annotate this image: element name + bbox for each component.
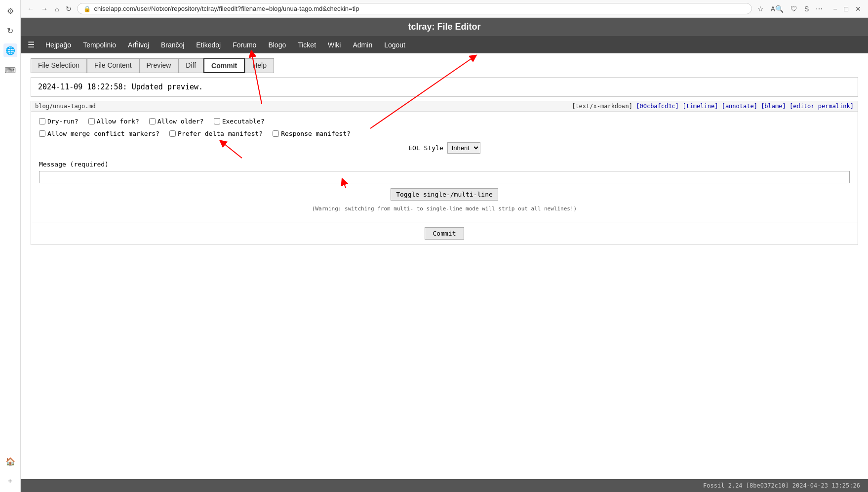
file-links: [text/x-markdown] [00cbafcd1c] [timeline… <box>572 103 854 110</box>
content-area: File Selection File Content Preview Diff… <box>21 53 868 479</box>
allow-fork-label[interactable]: Allow fork? <box>88 118 139 125</box>
browser-actions: ☆ A🔍 🛡 S ⋯ <box>755 3 826 14</box>
nav-menu: ☰ Hejpaĝo Tempolinio Arĥivoj Branĉoj Eti… <box>21 36 868 53</box>
extensions-icon[interactable]: ⋯ <box>813 3 825 14</box>
address-bar[interactable]: 🔒 chiselapp.com/user/Notxor/repository/t… <box>77 3 751 14</box>
window-controls: − □ ✕ <box>830 4 864 14</box>
response-manifest-checkbox[interactable] <box>273 130 279 137</box>
file-link-blame[interactable]: [blame] <box>761 103 786 110</box>
allow-older-checkbox[interactable] <box>149 118 156 124</box>
message-input[interactable] <box>39 171 850 183</box>
filetype: [text/x-markdown] <box>572 103 632 110</box>
reload-button[interactable]: ↻ <box>63 3 74 14</box>
executable-checkbox[interactable] <box>214 118 220 124</box>
page-wrapper: tclray: File Editor ☰ Hejpaĝo Tempolinio… <box>21 18 868 492</box>
allow-fork-text: Allow fork? <box>97 118 139 125</box>
home-button[interactable]: ⌂ <box>52 3 61 14</box>
file-link-hash[interactable]: [00cbafcd1c] <box>636 103 679 110</box>
shield-icon[interactable]: 🛡 <box>788 3 800 14</box>
allow-merge-checkbox[interactable] <box>39 130 45 137</box>
lock-icon: 🔒 <box>83 5 91 12</box>
executable-label[interactable]: Executable? <box>214 118 265 125</box>
message-field-wrapper: Message (required) <box>39 161 850 183</box>
file-link-annotate[interactable]: [annotate] <box>722 103 757 110</box>
tab-diff[interactable]: Diff <box>178 58 203 73</box>
nav-item-etikedoj[interactable]: Etikedoj <box>190 37 227 53</box>
nav-item-blogo[interactable]: Blogo <box>262 37 292 53</box>
nav-item-wiki[interactable]: Wiki <box>322 37 347 53</box>
forward-button[interactable]: → <box>39 3 50 14</box>
dry-run-label[interactable]: Dry-run? <box>39 118 79 125</box>
left-sidebar: ⚙ ↻ 🌐 ⌨ 🏠 + <box>0 0 21 492</box>
prefer-delta-label[interactable]: Prefer delta manifest? <box>169 130 263 137</box>
file-link-permalink[interactable]: [editor permalink] <box>789 103 854 110</box>
toggle-multiline-button[interactable]: Toggle single-/multi-line <box>391 188 498 201</box>
sidebar-translate-icon[interactable]: ⌨ <box>3 63 17 77</box>
browser-chrome: ← → ⌂ ↻ 🔒 chiselapp.com/user/Notxor/repo… <box>21 0 868 18</box>
maximize-button[interactable]: □ <box>841 4 851 14</box>
tabs: File Selection File Content Preview Diff… <box>31 58 858 73</box>
file-link-timeline[interactable]: [timeline] <box>682 103 718 110</box>
response-manifest-label[interactable]: Response manifest? <box>273 130 351 137</box>
nav-item-logout[interactable]: Logout <box>378 37 411 53</box>
main-content: ← → ⌂ ↻ 🔒 chiselapp.com/user/Notxor/repo… <box>21 0 868 492</box>
tab-preview[interactable]: Preview <box>139 58 179 73</box>
options-section: Dry-run? Allow fork? Allow older? E <box>31 112 858 222</box>
back-button[interactable]: ← <box>25 3 37 14</box>
nav-item-arhivoj[interactable]: Arĥivoj <box>122 37 155 53</box>
sidebar-refresh-icon[interactable]: ↻ <box>3 24 17 38</box>
form-area: blog/unua-tago.md [text/x-markdown] [00c… <box>31 101 858 245</box>
prefer-delta-text: Prefer delta manifest? <box>178 130 263 137</box>
commit-button[interactable]: Commit <box>425 227 465 240</box>
notification-message: 2024-11-09 18:22:58: Updated preview. <box>31 77 858 97</box>
commit-section: Commit <box>31 222 858 245</box>
executable-text: Executable? <box>222 118 265 125</box>
allow-merge-text: Allow merge conflict markers? <box>47 130 159 137</box>
eol-row: EOL Style Inherit LF CRLF CR <box>39 142 850 154</box>
url-text: chiselapp.com/user/Notxor/repository/tcl… <box>94 5 359 12</box>
dry-run-checkbox[interactable] <box>39 118 45 124</box>
minimize-button[interactable]: − <box>830 4 840 14</box>
allow-fork-checkbox[interactable] <box>88 118 95 124</box>
tab-help[interactable]: Help <box>245 58 274 73</box>
nav-item-hejpago[interactable]: Hejpaĝo <box>39 37 77 53</box>
menu-toggle-button[interactable]: ☰ <box>23 36 39 53</box>
checkbox-row-2: Allow merge conflict markers? Prefer del… <box>39 130 850 137</box>
profile-icon[interactable]: S <box>802 3 811 14</box>
response-manifest-text: Response manifest? <box>281 130 351 137</box>
filename: blog/unua-tago.md <box>35 103 96 110</box>
eol-style-label: EOL Style <box>408 144 443 152</box>
dry-run-text: Dry-run? <box>47 118 79 125</box>
checkbox-row-1: Dry-run? Allow fork? Allow older? E <box>39 118 850 125</box>
allow-merge-label[interactable]: Allow merge conflict markers? <box>39 130 159 137</box>
page-footer: Fossil 2.24 [8be0372c10] 2024-04-23 13:2… <box>21 479 868 492</box>
allow-older-text: Allow older? <box>158 118 204 125</box>
file-info-bar: blog/unua-tago.md [text/x-markdown] [00c… <box>31 101 858 112</box>
tab-file-content[interactable]: File Content <box>87 58 139 73</box>
nav-buttons: ← → ⌂ ↻ <box>25 3 74 14</box>
sidebar-globe-icon[interactable]: 🌐 <box>3 43 17 57</box>
nav-item-ticket[interactable]: Ticket <box>292 37 322 53</box>
close-button[interactable]: ✕ <box>852 4 864 14</box>
nav-item-forumo[interactable]: Forumo <box>227 37 262 53</box>
translate-icon[interactable]: A🔍 <box>768 3 786 14</box>
message-label: Message (required) <box>39 161 850 168</box>
tab-file-selection[interactable]: File Selection <box>31 58 87 73</box>
nav-item-brancoj[interactable]: Branĉoj <box>155 37 190 53</box>
sidebar-add-icon[interactable]: + <box>3 474 17 488</box>
bookmark-icon[interactable]: ☆ <box>755 3 766 14</box>
page-title: tclray: File Editor <box>21 18 868 36</box>
allow-older-label[interactable]: Allow older? <box>149 118 204 125</box>
tab-commit[interactable]: Commit <box>203 58 245 73</box>
eol-style-select[interactable]: Inherit LF CRLF CR <box>447 142 480 154</box>
nav-item-admin[interactable]: Admin <box>347 37 378 53</box>
nav-item-tempolinio[interactable]: Tempolinio <box>77 37 122 53</box>
sidebar-home-icon[interactable]: 🏠 <box>3 454 17 468</box>
warning-text: (Warning: switching from multi- to singl… <box>39 205 850 212</box>
prefer-delta-checkbox[interactable] <box>169 130 176 137</box>
sidebar-settings-icon[interactable]: ⚙ <box>3 4 17 18</box>
